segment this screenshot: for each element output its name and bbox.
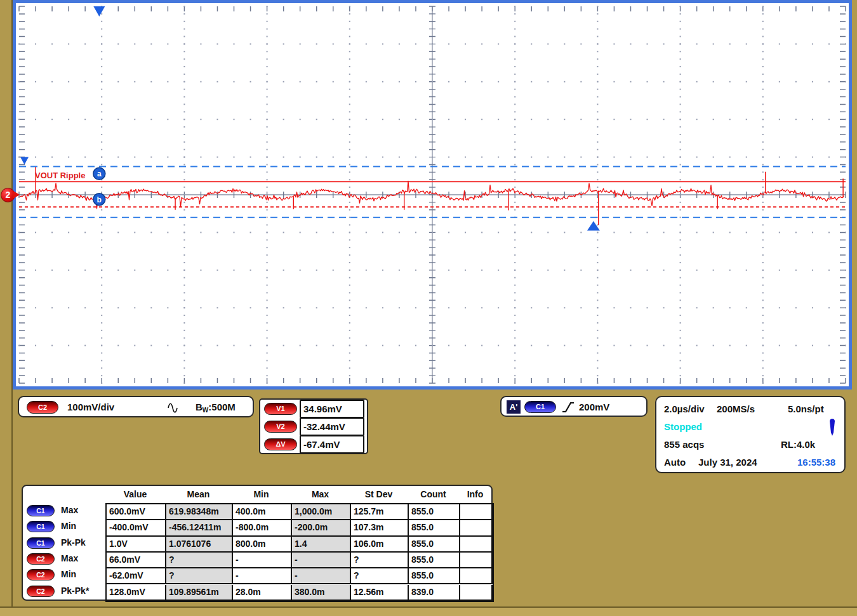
trigger-mode-label: Auto	[664, 457, 686, 468]
measurement-cell: 1.4	[292, 537, 351, 553]
svg-text:b: b	[97, 195, 102, 204]
measurement-cell: 855.0	[409, 553, 460, 568]
measurement-cell: -	[292, 553, 351, 568]
measurement-cell	[460, 553, 493, 568]
v2-pill: V2	[264, 421, 297, 433]
measurement-cell	[460, 568, 493, 584]
measurement-cell: -	[233, 553, 292, 568]
delta-v-pill: ΔV	[264, 438, 297, 450]
measurement-row-label: C1Pk-Pk	[23, 535, 105, 551]
measurement-cell: 855.0	[409, 504, 460, 520]
cursor-bubble-a[interactable]: a	[93, 167, 105, 180]
measurement-cell: -400.0mV	[107, 520, 166, 536]
measurement-row-label: C1Max	[23, 503, 105, 519]
measurement-cell: -800.0m	[233, 520, 292, 536]
measurement-channel-pill-c2[interactable]: C2	[27, 553, 55, 565]
sine-wave-icon	[167, 402, 178, 417]
record-length: RL:4.0k	[781, 439, 815, 450]
trigger-position-pin-icon	[829, 419, 835, 439]
cursor-bubble-b[interactable]: b	[93, 193, 105, 206]
measurement-cell	[460, 504, 493, 520]
trigger-source-pill[interactable]: C1	[524, 401, 556, 413]
waveform-plot-area[interactable]: VOUT Rippleab	[16, 3, 849, 386]
cursor-v2-row: V2 -32.44mV	[260, 417, 367, 436]
date-label: July 31, 2024	[698, 457, 757, 468]
measurement-grid: 600.0mV619.98348m400.0m1,000.0m125.7m855…	[105, 503, 494, 602]
channel-c2-pill[interactable]: C2	[27, 401, 58, 414]
measurement-cell: 380.0m	[292, 585, 351, 601]
measurement-cell: 109.89561m	[166, 585, 233, 601]
channel-2-arrow-icon	[13, 191, 20, 199]
measurement-name: Max	[61, 505, 78, 515]
measurement-row-labels: C1MaxC1MinC1Pk-PkC2MaxC2MinC2Pk-Pk*	[23, 503, 105, 600]
cursor-readout-panel[interactable]: V1 34.96mV V2 -32.44mV ΔV -67.4mV	[259, 398, 368, 454]
sample-rate: 200MS/s	[717, 403, 755, 414]
measurement-table: ValueMeanMinMaxSt DevCountInfo C1MaxC1Mi…	[22, 485, 493, 601]
cursor-dv-row: ΔV -67.4mV	[260, 435, 367, 454]
measurement-cell: -200.0m	[292, 520, 351, 536]
bottom-position-marker[interactable]	[587, 221, 600, 231]
measurement-cell: 12.56m	[351, 585, 409, 601]
measurement-cell: 1,000.0m	[292, 504, 351, 520]
column-header-max: Max	[291, 489, 350, 499]
v1-pill: V1	[264, 403, 297, 415]
measurement-cell: 619.98348m	[166, 504, 233, 520]
bezel-bottom-strip	[0, 608, 857, 616]
timebase-panel[interactable]: 2.0µs/div 200MS/s 5.0ns/pt Stopped 855 a…	[655, 396, 846, 473]
measurement-cell: 107.3m	[351, 520, 409, 536]
measurement-cell: 106.0m	[351, 537, 409, 553]
v1-value: 34.96mV	[300, 400, 364, 418]
column-header-info: Info	[459, 489, 491, 499]
scope-display[interactable]: VOUT Rippleab	[13, 0, 852, 390]
time-label: 16:55:38	[797, 457, 835, 468]
column-header-min: Min	[232, 489, 291, 499]
channel-scale-badge[interactable]: C2 100mV/div BW:500M	[18, 396, 254, 417]
trigger-position-marker[interactable]	[93, 6, 105, 16]
measurement-cell: 855.0	[409, 520, 460, 536]
measurement-cell	[460, 585, 493, 601]
measurement-cell: 839.0	[409, 585, 460, 601]
trigger-mode-box: A'	[507, 400, 521, 414]
measurement-channel-pill-c2[interactable]: C2	[27, 569, 55, 580]
measurement-row-label: C2Max	[23, 551, 105, 567]
delta-v-value: -67.4mV	[300, 435, 364, 454]
trace-label: VOUT Ripple	[35, 171, 85, 180]
measurement-name: Min	[61, 521, 76, 531]
cursor-v1-row: V1 34.96mV	[260, 400, 367, 418]
measurement-cell: -456.12411m	[166, 520, 233, 536]
acquisition-count: 855 acqs	[664, 439, 704, 450]
measurement-cell: 600.0mV	[107, 504, 166, 520]
measurement-cell: ?	[351, 568, 409, 584]
measurement-channel-pill-c1[interactable]: C1	[27, 537, 55, 549]
measurement-cell: 855.0	[409, 537, 460, 553]
column-header-value: Value	[105, 489, 165, 499]
measurement-cell: ?	[166, 553, 233, 568]
measurement-cell: 128.0mV	[107, 585, 166, 601]
measurement-channel-pill-c1[interactable]: C1	[27, 505, 55, 516]
measurement-cell: -62.0mV	[107, 568, 166, 584]
measurement-channel-pill-c2[interactable]: C2	[27, 586, 55, 597]
acquisition-status: Stopped	[664, 421, 702, 432]
measurement-cell	[460, 537, 493, 553]
measurement-cell: 125.7m	[351, 504, 409, 520]
measurement-row-label: C1Min	[23, 519, 105, 535]
column-header-st-dev: St Dev	[350, 489, 408, 499]
channel-2-position-marker[interactable]: 2	[1, 187, 22, 202]
column-header-mean: Mean	[165, 489, 232, 499]
measurement-cell	[460, 520, 493, 536]
measurement-cell: ?	[351, 553, 409, 568]
timebase-scale: 2.0µs/div	[664, 403, 705, 414]
measurement-channel-pill-c1[interactable]: C1	[27, 521, 55, 532]
rising-edge-icon	[561, 400, 575, 417]
trigger-badge[interactable]: A' C1 200mV	[500, 396, 648, 417]
measurement-cell: -	[292, 568, 351, 584]
measurement-row-label: C2Pk-Pk*	[23, 584, 105, 600]
measurement-cell: 855.0	[409, 568, 460, 584]
graticule	[18, 6, 846, 384]
measurement-cell: -	[233, 568, 292, 584]
svg-text:a: a	[97, 169, 102, 178]
trigger-level-marker[interactable]	[20, 157, 29, 164]
measurement-name: Pk-Pk*	[61, 586, 89, 596]
measurement-name: Min	[61, 569, 76, 579]
measurement-name: Max	[61, 553, 78, 563]
